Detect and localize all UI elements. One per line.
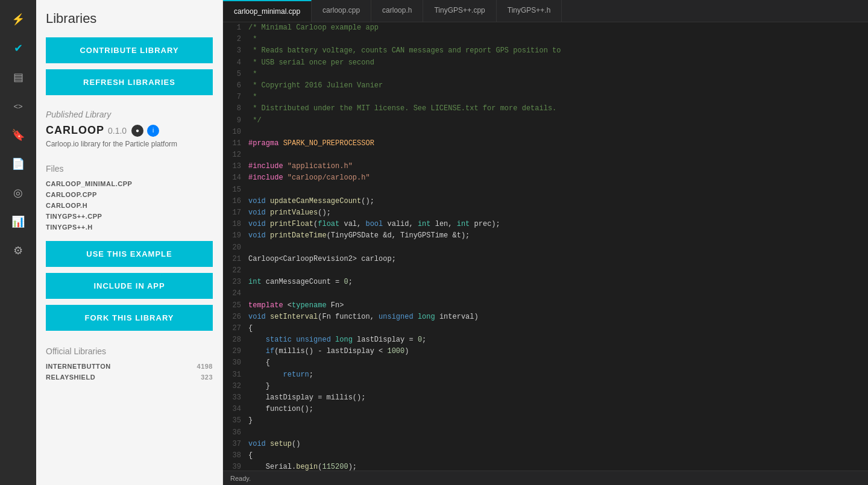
info-icon[interactable]: i [147, 125, 159, 137]
file-carloop-h[interactable]: CARLOOP.H [46, 200, 213, 211]
tab-tinygps-cpp[interactable]: TinyGPS++.cpp [423, 0, 496, 22]
code-line: 21Carloop<CarloopRevision2> carloop; [223, 254, 868, 265]
file-carloop-minimal-cpp[interactable]: CARLOOP_MINIMAL.CPP [46, 178, 213, 189]
icon-bar: ⚡ ✔ ▤ <> 🔖 📄 ◎ 📊 ⚙ [0, 0, 36, 485]
tab-carloop-minimal-cpp[interactable]: carloop_minimal.cpp [223, 0, 312, 22]
status-bar: Ready. [223, 471, 868, 485]
code-line: 1/* Minimal Carloop example app [223, 22, 868, 34]
code-line: 17void printValues(); [223, 207, 868, 219]
code-line: 20 [223, 242, 868, 254]
code-line: 31 return; [223, 369, 868, 381]
code-line: 23int canMessageCount = 0; [223, 277, 868, 288]
code-line: 30 { [223, 357, 868, 369]
tab-tinygps-h[interactable]: TinyGPS++.h [497, 0, 562, 22]
library-info: CARLOOP 0.1.0 ● i Carloop.io library for… [46, 124, 213, 149]
code-line: 12 [223, 149, 868, 161]
code-line: 10 [223, 127, 868, 138]
file-tinygps-h[interactable]: TINYGPS++.H [46, 222, 213, 233]
gear-icon[interactable]: ⚙ [5, 237, 31, 264]
check-circle-icon[interactable]: ✔ [5, 35, 31, 61]
editor-area: carloop_minimal.cpp carloop.cpp carloop.… [223, 0, 868, 485]
tab-bar: carloop_minimal.cpp carloop.cpp carloop.… [223, 0, 868, 22]
code-line: 36 [223, 427, 868, 439]
code-line: 14#include "carloop/carloop.h" [223, 172, 868, 184]
code-line: 6 * Copyright 2016 Julien Vanier [223, 80, 868, 92]
sidebar-title: Libraries [46, 11, 213, 27]
document-icon[interactable]: 📄 [5, 151, 31, 177]
code-line: 19void printDateTime(TinyGPSDate &d, Tin… [223, 230, 868, 242]
code-line: 32 } [223, 381, 868, 392]
code-line: 16void updateCanMessageCount(); [223, 196, 868, 207]
code-line: 8 * Distributed under the MIT license. S… [223, 103, 868, 114]
code-line: 9 */ [223, 115, 868, 127]
published-library-label: Published Library [46, 110, 213, 119]
circle-icon[interactable]: ◎ [5, 180, 31, 206]
files-label: Files [46, 164, 213, 174]
github-icon[interactable]: ● [131, 125, 143, 137]
code-line: 24 [223, 288, 868, 299]
library-description: Carloop.io library for the Particle plat… [46, 139, 213, 149]
library-version: 0.1.0 [108, 126, 127, 136]
code-line: 13#include "application.h" [223, 161, 868, 172]
code-line: 25template <typename Fn> [223, 300, 868, 311]
chart-icon[interactable]: 📊 [5, 208, 31, 235]
sidebar: Libraries CONTRIBUTE LIBRARY REFRESH LIB… [36, 0, 223, 485]
code-line: 11#pragma SPARK_NO_PREPROCESSOR [223, 138, 868, 149]
code-line: 33 lastDisplay = millis(); [223, 392, 868, 404]
code-line: 34 function(); [223, 404, 868, 415]
library-icons: ● i [131, 125, 159, 137]
refresh-libraries-button[interactable]: REFRESH LIBRARIES [46, 69, 213, 95]
official-lib-internetbutton[interactable]: INTERNETBUTTON 4198 [46, 361, 213, 372]
lightning-icon[interactable]: ⚡ [5, 6, 31, 33]
bookmark-icon[interactable]: 🔖 [5, 122, 31, 148]
official-libraries-label: Official Libraries [46, 346, 213, 356]
tab-carloop-cpp[interactable]: carloop.cpp [312, 0, 371, 22]
include-app-button[interactable]: INCLUDE IN APP [46, 273, 213, 299]
code-line: 18void printFloat(float val, bool valid,… [223, 219, 868, 230]
file-carloop-cpp[interactable]: CARLOOP.CPP [46, 189, 213, 200]
use-example-button[interactable]: USE THIS EXAMPLE [46, 241, 213, 267]
status-text: Ready. [230, 475, 251, 482]
code-line: 39 Serial.begin(115200); [223, 462, 868, 471]
code-line: 4 * USB serial once per second [223, 57, 868, 69]
code-line: 5 * [223, 69, 868, 80]
code-line: 3 * Reads battery voltage, counts CAN me… [223, 45, 868, 57]
files-section: Files CARLOOP_MINIMAL.CPP CARLOOP.CPP CA… [46, 155, 213, 233]
layers-icon[interactable]: ▤ [5, 64, 31, 90]
official-lib-relayshield[interactable]: RELAYSHIELD 323 [46, 372, 213, 383]
code-editor[interactable]: 1/* Minimal Carloop example app 2 * 3 * … [223, 22, 868, 471]
code-line: 7 * [223, 92, 868, 103]
file-tinygps-cpp[interactable]: TINYGPS++.CPP [46, 211, 213, 222]
code-line: 35} [223, 415, 868, 427]
code-line: 28 static unsigned long lastDisplay = 0; [223, 334, 868, 346]
code-line: 27{ [223, 323, 868, 334]
code-line: 22 [223, 265, 868, 277]
code-line: 38{ [223, 450, 868, 462]
contribute-library-button[interactable]: CONTRIBUTE LIBRARY [46, 37, 213, 63]
code-line: 15 [223, 184, 868, 196]
code-line: 29 if(millis() - lastDisplay < 1000) [223, 346, 868, 357]
code-line: 26void setInterval(Fn function, unsigned… [223, 311, 868, 323]
code-line: 37void setup() [223, 439, 868, 450]
fork-library-button[interactable]: FORK THIS LIBRARY [46, 305, 213, 331]
code-icon[interactable]: <> [5, 93, 31, 119]
code-line: 2 * [223, 34, 868, 45]
library-name: CARLOOP [46, 124, 104, 137]
tab-carloop-h[interactable]: carloop.h [371, 0, 423, 22]
